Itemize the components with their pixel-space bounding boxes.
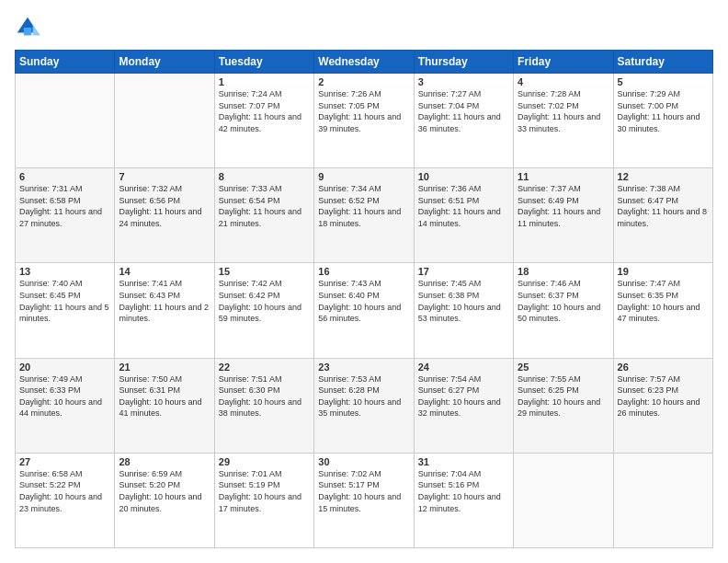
day-number: 14 (119, 266, 210, 277)
calendar-cell: 20Sunrise: 7:49 AMSunset: 6:33 PMDayligh… (16, 358, 115, 453)
day-info: Sunrise: 7:57 AMSunset: 6:23 PMDaylight:… (618, 373, 709, 419)
calendar-cell: 19Sunrise: 7:47 AMSunset: 6:35 PMDayligh… (613, 263, 712, 358)
day-info: Sunrise: 7:34 AMSunset: 6:52 PMDaylight:… (318, 183, 409, 229)
day-info: Sunrise: 7:27 AMSunset: 7:04 PMDaylight:… (418, 88, 509, 134)
day-info: Sunrise: 7:51 AMSunset: 6:30 PMDaylight:… (219, 373, 310, 419)
calendar-cell: 31Sunrise: 7:04 AMSunset: 5:16 PMDayligh… (414, 453, 513, 547)
day-number: 3 (418, 76, 509, 87)
day-number: 26 (618, 362, 709, 373)
calendar-cell (514, 453, 613, 547)
day-info: Sunrise: 7:37 AMSunset: 6:49 PMDaylight:… (518, 183, 609, 229)
calendar-cell: 11Sunrise: 7:37 AMSunset: 6:49 PMDayligh… (514, 168, 613, 263)
day-number: 31 (418, 456, 509, 467)
calendar-cell: 3Sunrise: 7:27 AMSunset: 7:04 PMDaylight… (414, 74, 513, 168)
day-info: Sunrise: 7:45 AMSunset: 6:38 PMDaylight:… (418, 278, 509, 324)
day-number: 11 (518, 171, 609, 182)
day-info: Sunrise: 7:46 AMSunset: 6:37 PMDaylight:… (518, 278, 609, 324)
calendar-cell (115, 74, 214, 168)
calendar-cell: 27Sunrise: 6:58 AMSunset: 5:22 PMDayligh… (16, 453, 115, 547)
day-number: 8 (219, 171, 310, 182)
calendar-week-row: 27Sunrise: 6:58 AMSunset: 5:22 PMDayligh… (16, 453, 713, 547)
day-number: 4 (518, 76, 609, 87)
calendar-cell: 14Sunrise: 7:41 AMSunset: 6:43 PMDayligh… (115, 263, 214, 358)
day-number: 15 (219, 266, 310, 277)
day-info: Sunrise: 7:47 AMSunset: 6:35 PMDaylight:… (618, 278, 709, 324)
calendar-table: SundayMondayTuesdayWednesdayThursdayFrid… (15, 50, 713, 548)
calendar-cell: 7Sunrise: 7:32 AMSunset: 6:56 PMDaylight… (115, 168, 214, 263)
day-number: 24 (418, 362, 509, 373)
day-info: Sunrise: 7:04 AMSunset: 5:16 PMDaylight:… (418, 468, 509, 514)
calendar-cell: 22Sunrise: 7:51 AMSunset: 6:30 PMDayligh… (214, 358, 313, 453)
day-number: 17 (418, 266, 509, 277)
day-info: Sunrise: 7:29 AMSunset: 7:00 PMDaylight:… (618, 88, 709, 134)
calendar-day-header: Wednesday (314, 51, 414, 74)
calendar-day-header: Sunday (16, 51, 115, 74)
calendar-week-row: 13Sunrise: 7:40 AMSunset: 6:45 PMDayligh… (16, 263, 713, 358)
day-info: Sunrise: 7:36 AMSunset: 6:51 PMDaylight:… (418, 183, 509, 229)
day-number: 9 (318, 171, 409, 182)
day-number: 21 (119, 362, 210, 373)
calendar-week-row: 6Sunrise: 7:31 AMSunset: 6:58 PMDaylight… (16, 168, 713, 263)
calendar-week-row: 1Sunrise: 7:24 AMSunset: 7:07 PMDaylight… (16, 74, 713, 168)
day-number: 6 (19, 171, 110, 182)
day-info: Sunrise: 7:02 AMSunset: 5:17 PMDaylight:… (318, 468, 409, 514)
calendar-cell: 18Sunrise: 7:46 AMSunset: 6:37 PMDayligh… (514, 263, 613, 358)
calendar-day-header: Monday (115, 51, 214, 74)
day-info: Sunrise: 6:58 AMSunset: 5:22 PMDaylight:… (19, 468, 110, 514)
calendar-day-header: Thursday (414, 51, 513, 74)
day-info: Sunrise: 7:42 AMSunset: 6:42 PMDaylight:… (219, 278, 310, 324)
calendar-cell: 12Sunrise: 7:38 AMSunset: 6:47 PMDayligh… (613, 168, 712, 263)
calendar-cell (613, 453, 712, 547)
day-number: 29 (219, 456, 310, 467)
day-number: 18 (518, 266, 609, 277)
calendar-cell: 15Sunrise: 7:42 AMSunset: 6:42 PMDayligh… (214, 263, 313, 358)
day-number: 10 (418, 171, 509, 182)
calendar-cell: 24Sunrise: 7:54 AMSunset: 6:27 PMDayligh… (414, 358, 513, 453)
calendar-cell: 5Sunrise: 7:29 AMSunset: 7:00 PMDaylight… (613, 74, 712, 168)
calendar-cell: 30Sunrise: 7:02 AMSunset: 5:17 PMDayligh… (314, 453, 414, 547)
day-number: 5 (618, 76, 709, 87)
day-info: Sunrise: 7:28 AMSunset: 7:02 PMDaylight:… (518, 88, 609, 134)
calendar-day-header: Friday (514, 51, 613, 74)
day-info: Sunrise: 7:40 AMSunset: 6:45 PMDaylight:… (19, 278, 110, 324)
svg-marker-2 (33, 25, 40, 35)
day-info: Sunrise: 7:31 AMSunset: 6:58 PMDaylight:… (19, 183, 110, 229)
day-info: Sunrise: 7:24 AMSunset: 7:07 PMDaylight:… (219, 88, 310, 134)
day-number: 2 (318, 76, 409, 87)
day-number: 23 (318, 362, 409, 373)
calendar-header-row: SundayMondayTuesdayWednesdayThursdayFrid… (16, 51, 713, 74)
header (15, 15, 713, 40)
day-number: 1 (219, 76, 310, 87)
day-info: Sunrise: 7:54 AMSunset: 6:27 PMDaylight:… (418, 373, 509, 419)
day-info: Sunrise: 7:43 AMSunset: 6:40 PMDaylight:… (318, 278, 409, 324)
calendar-day-header: Tuesday (214, 51, 313, 74)
day-info: Sunrise: 7:38 AMSunset: 6:47 PMDaylight:… (618, 183, 709, 229)
day-info: Sunrise: 7:26 AMSunset: 7:05 PMDaylight:… (318, 88, 409, 134)
calendar-cell: 21Sunrise: 7:50 AMSunset: 6:31 PMDayligh… (115, 358, 214, 453)
day-info: Sunrise: 7:41 AMSunset: 6:43 PMDaylight:… (119, 278, 210, 324)
day-number: 12 (618, 171, 709, 182)
calendar-cell: 10Sunrise: 7:36 AMSunset: 6:51 PMDayligh… (414, 168, 513, 263)
calendar-cell: 13Sunrise: 7:40 AMSunset: 6:45 PMDayligh… (16, 263, 115, 358)
day-number: 25 (518, 362, 609, 373)
day-number: 7 (119, 171, 210, 182)
day-info: Sunrise: 7:49 AMSunset: 6:33 PMDaylight:… (19, 373, 110, 419)
calendar-cell (16, 74, 115, 168)
day-info: Sunrise: 7:50 AMSunset: 6:31 PMDaylight:… (119, 373, 210, 419)
calendar-cell: 1Sunrise: 7:24 AMSunset: 7:07 PMDaylight… (214, 74, 313, 168)
day-number: 28 (119, 456, 210, 467)
day-info: Sunrise: 7:55 AMSunset: 6:25 PMDaylight:… (518, 373, 609, 419)
day-number: 20 (19, 362, 110, 373)
calendar-cell: 28Sunrise: 6:59 AMSunset: 5:20 PMDayligh… (115, 453, 214, 547)
calendar-cell: 9Sunrise: 7:34 AMSunset: 6:52 PMDaylight… (314, 168, 414, 263)
page: SundayMondayTuesdayWednesdayThursdayFrid… (0, 0, 728, 563)
calendar-cell: 23Sunrise: 7:53 AMSunset: 6:28 PMDayligh… (314, 358, 414, 453)
calendar-cell: 17Sunrise: 7:45 AMSunset: 6:38 PMDayligh… (414, 263, 513, 358)
calendar-day-header: Saturday (613, 51, 712, 74)
day-info: Sunrise: 7:32 AMSunset: 6:56 PMDaylight:… (119, 183, 210, 229)
calendar-cell: 8Sunrise: 7:33 AMSunset: 6:54 PMDaylight… (214, 168, 313, 263)
day-info: Sunrise: 6:59 AMSunset: 5:20 PMDaylight:… (119, 468, 210, 514)
calendar-cell: 25Sunrise: 7:55 AMSunset: 6:25 PMDayligh… (514, 358, 613, 453)
day-number: 19 (618, 266, 709, 277)
calendar-cell: 29Sunrise: 7:01 AMSunset: 5:19 PMDayligh… (214, 453, 313, 547)
